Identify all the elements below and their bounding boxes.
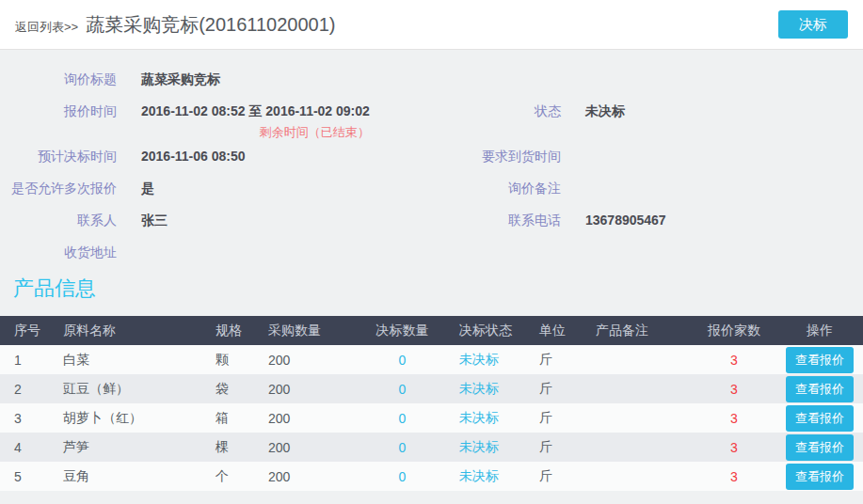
product-table-header-row: 序号 原料名称 规格 采购数量 决标数量 决标状态 单位 产品备注 报价家数 操… — [0, 316, 863, 345]
cell-seq: 4 — [0, 433, 52, 462]
table-row: 4 芦笋 棵 200 0 未决标 斤 3 查看报价 — [0, 433, 863, 462]
cell-seq: 1 — [0, 345, 52, 374]
cell-unit: 斤 — [527, 462, 588, 491]
delivery-address-label: 收货地址 — [0, 239, 117, 261]
cell-unit: 斤 — [527, 403, 588, 433]
cell-remark — [588, 403, 692, 433]
status-label: 状态 — [442, 98, 561, 120]
form-row-multi-quote: 是否允许多次报价 是 询价备注 — [0, 175, 863, 207]
cell-unit: 斤 — [527, 433, 588, 462]
col-header-award-qty: 决标数量 — [362, 316, 442, 345]
cell-seq: 5 — [0, 462, 52, 491]
cell-seq: 2 — [0, 374, 52, 403]
cell-award-qty: 0 — [362, 433, 442, 462]
cell-qty: 200 — [254, 374, 362, 403]
cell-award-qty: 0 — [362, 345, 442, 374]
col-header-award-status: 决标状态 — [442, 316, 527, 345]
cell-seq: 3 — [0, 403, 52, 433]
view-quotes-button[interactable]: 查看报价 — [786, 464, 854, 490]
form-row-address: 收货地址 — [0, 239, 863, 265]
allow-multiple-quotes-label: 是否允许多次报价 — [0, 175, 117, 197]
cell-name: 芦笋 — [52, 433, 212, 462]
col-header-qty: 采购数量 — [254, 316, 362, 345]
contact-person-label: 联系人 — [0, 207, 117, 229]
award-button[interactable]: 决标 — [778, 10, 848, 39]
cell-spec: 箱 — [212, 403, 254, 433]
cell-spec: 棵 — [212, 433, 254, 462]
cell-remark — [588, 374, 692, 403]
top-bar: 返回列表>> 蔬菜采购竞标(201611020001) 决标 — [0, 0, 863, 50]
page-title: 蔬菜采购竞标(201611020001) — [86, 12, 335, 38]
cell-qty: 200 — [254, 403, 362, 433]
col-header-unit: 单位 — [527, 316, 588, 345]
col-header-name: 原料名称 — [52, 316, 212, 345]
cell-award-status: 未决标 — [442, 433, 527, 462]
section-title-product-info: 产品信息 — [13, 275, 863, 303]
quote-time-label: 报价时间 — [0, 98, 117, 120]
col-header-seq: 序号 — [0, 316, 52, 345]
cell-name: 白菜 — [52, 345, 212, 374]
cell-remark — [588, 462, 692, 491]
form-row-quote-time: 报价时间 2016-11-02 08:52 至 2016-11-02 09:02… — [0, 98, 863, 143]
cell-quote-count: 3 — [692, 403, 776, 433]
title-wrap: 返回列表>> 蔬菜采购竞标(201611020001) — [15, 12, 336, 38]
cell-unit: 斤 — [527, 374, 588, 403]
cell-qty: 200 — [254, 345, 362, 374]
allow-multiple-quotes-value: 是 — [141, 175, 154, 197]
cell-spec: 颗 — [212, 345, 254, 374]
cell-quote-count: 3 — [692, 374, 776, 403]
inquiry-detail-form: 询价标题 蔬菜采购竞标 报价时间 2016-11-02 08:52 至 2016… — [0, 50, 863, 265]
table-row: 5 豆角 个 200 0 未决标 斤 3 查看报价 — [0, 462, 863, 491]
contact-person-value: 张三 — [141, 207, 168, 229]
cell-qty: 200 — [254, 462, 362, 491]
cell-remark — [588, 345, 692, 374]
cell-name: 豆角 — [52, 462, 212, 491]
cell-award-qty: 0 — [362, 462, 442, 491]
form-row-award-time: 预计决标时间 2016-11-06 08:50 要求到货时间 — [0, 143, 863, 175]
form-row-title: 询价标题 蔬菜采购竞标 — [0, 66, 863, 98]
cell-remark — [588, 433, 692, 462]
expected-award-time-value: 2016-11-06 08:50 — [141, 143, 246, 165]
cell-award-qty: 0 — [362, 403, 442, 433]
col-header-remark: 产品备注 — [588, 316, 692, 345]
view-quotes-button[interactable]: 查看报价 — [786, 376, 854, 402]
cell-quote-count: 3 — [692, 345, 776, 374]
quote-time-value-wrap: 2016-11-02 08:52 至 2016-11-02 09:02 剩余时间… — [141, 98, 370, 142]
cell-qty: 200 — [254, 433, 362, 462]
cell-award-status: 未决标 — [442, 345, 527, 374]
col-header-spec: 规格 — [212, 316, 254, 345]
contact-phone-label: 联系电话 — [442, 207, 561, 229]
cell-quote-count: 3 — [692, 462, 776, 491]
cell-spec: 个 — [212, 462, 254, 491]
remaining-time-note: 剩余时间（已结束） — [141, 123, 370, 142]
cell-award-status: 未决标 — [442, 462, 527, 491]
cell-award-status: 未决标 — [442, 374, 527, 403]
view-quotes-button[interactable]: 查看报价 — [786, 347, 854, 373]
status-value: 未决标 — [585, 98, 625, 120]
col-header-quote-count: 报价家数 — [692, 316, 776, 345]
cell-unit: 斤 — [527, 345, 588, 374]
cell-award-qty: 0 — [362, 374, 442, 403]
breadcrumb-back-to-list[interactable]: 返回列表>> — [15, 19, 78, 36]
required-delivery-time-label: 要求到货时间 — [442, 143, 561, 165]
view-quotes-button[interactable]: 查看报价 — [786, 434, 854, 461]
inquiry-title-label: 询价标题 — [0, 66, 117, 88]
table-row: 3 胡萝卜（红） 箱 200 0 未决标 斤 3 查看报价 — [0, 403, 863, 433]
inquiry-title-value: 蔬菜采购竞标 — [141, 66, 220, 88]
cell-name: 胡萝卜（红） — [52, 403, 212, 433]
product-table: 序号 原料名称 规格 采购数量 决标数量 决标状态 单位 产品备注 报价家数 操… — [0, 316, 863, 491]
table-row: 2 豇豆（鲜） 袋 200 0 未决标 斤 3 查看报价 — [0, 374, 863, 403]
inquiry-remark-label: 询价备注 — [442, 175, 561, 197]
expected-award-time-label: 预计决标时间 — [0, 143, 117, 165]
col-header-action: 操作 — [776, 316, 863, 345]
contact-phone-value: 13678905467 — [585, 207, 666, 229]
cell-name: 豇豆（鲜） — [52, 374, 212, 403]
cell-spec: 袋 — [212, 374, 254, 403]
table-row: 1 白菜 颗 200 0 未决标 斤 3 查看报价 — [0, 345, 863, 374]
form-row-contact: 联系人 张三 联系电话 13678905467 — [0, 207, 863, 239]
view-quotes-button[interactable]: 查看报价 — [786, 405, 854, 432]
cell-quote-count: 3 — [692, 433, 776, 462]
cell-award-status: 未决标 — [442, 403, 527, 433]
quote-time-value: 2016-11-02 08:52 至 2016-11-02 09:02 — [141, 102, 370, 120]
